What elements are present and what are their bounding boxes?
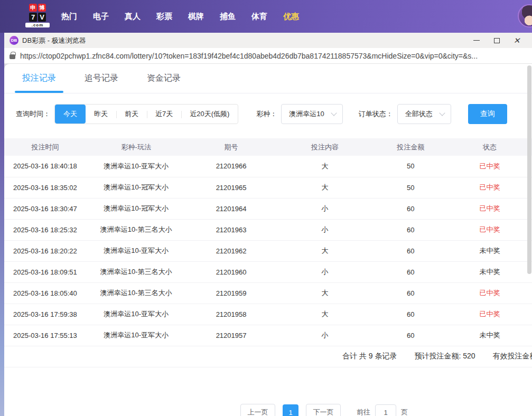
table-row: 2025-03-16 18:05:40 澳洲幸运10-第三名大小 2120195… — [4, 282, 532, 304]
cell-bet-amount: 50 — [374, 177, 447, 198]
cell-bet-time: 2025-03-16 18:25:32 — [4, 219, 86, 240]
table-row: 2025-03-16 18:35:02 澳洲幸运10-冠军大小 21201965… — [4, 177, 532, 198]
tab[interactable]: 资金记录 — [145, 64, 183, 93]
time-filter-option[interactable]: 昨天 — [86, 105, 116, 124]
site-menu-item[interactable]: 捕鱼 — [212, 12, 244, 22]
cell-game-play: 澳洲幸运10-冠军大小 — [86, 198, 186, 219]
status-badge: 已中奖 — [480, 225, 500, 233]
goto-page-input[interactable] — [375, 404, 396, 416]
current-page-button[interactable]: 1 — [283, 404, 298, 416]
table-column-header: 投注金额 — [374, 138, 447, 156]
cell-bet-time: 2025-03-16 18:05:40 — [4, 282, 86, 304]
site-menu: 热门 电子 真人 彩票 棋牌 捕鱼 体育 优惠 — [53, 0, 307, 33]
search-button[interactable]: 查询 — [468, 104, 507, 124]
cell-game-play: 澳洲幸运10-亚军大小 — [86, 240, 186, 261]
cell-bet-content: 小 — [276, 261, 374, 282]
cell-issue-number: 21201958 — [186, 304, 276, 325]
record-tabs: 投注记录 追号记录 资金记录 — [4, 64, 532, 93]
chevron-down-icon — [439, 110, 445, 116]
site-menu-item[interactable]: 彩票 — [148, 12, 180, 22]
time-filter-option[interactable]: 前天 — [116, 105, 147, 124]
cell-bet-amount: 60 — [374, 198, 447, 219]
cell-bet-amount: 60 — [374, 325, 447, 346]
close-icon: ✕ — [514, 36, 520, 44]
browser-window-title: DB彩票 - 极速浏览器 — [22, 36, 86, 45]
minimize-button[interactable] — [466, 33, 487, 48]
maximize-button[interactable] — [487, 33, 507, 48]
site-menu-item[interactable]: 真人 — [117, 12, 148, 22]
status-badge: 已中奖 — [480, 204, 500, 212]
goto-label: 前往 — [357, 408, 370, 416]
bet-records-table: 投注时间 彩种-玩法 期号 投注内容 投注金额 状态 2025-03-16 18… — [4, 138, 532, 346]
logo-char-bo: 博 — [38, 4, 46, 12]
cell-bet-content: 大 — [276, 304, 374, 325]
time-filter-label: 查询时间： — [16, 109, 50, 119]
cell-bet-content: 小 — [276, 325, 374, 346]
table-column-header: 期号 — [186, 138, 276, 156]
site-logo[interactable]: 申 博 7 V .com — [25, 4, 50, 27]
logo-com-text: .com — [25, 23, 50, 27]
cell-bet-amount: 60 — [374, 282, 447, 304]
cell-game-play: 澳洲幸运10-亚军大小 — [86, 325, 186, 346]
next-page-button[interactable]: 下一页 — [306, 404, 341, 416]
minimize-icon — [473, 40, 480, 41]
table-row: 2025-03-16 18:40:18 澳洲幸运10-亚军大小 21201966… — [4, 156, 532, 177]
time-filter-option[interactable]: 近7天 — [147, 105, 181, 124]
pagination: 上一页 1 下一页 前往 页 — [240, 404, 408, 416]
cell-bet-content: 大 — [276, 156, 374, 177]
cell-bet-content: 大 — [276, 177, 374, 198]
table-column-header: 状态 — [447, 138, 532, 156]
cell-game-play: 澳洲幸运10-亚军大小 — [86, 156, 186, 177]
status-badge: 已中奖 — [480, 310, 500, 318]
summary-valid-amount: 有效投注金额 — [493, 352, 532, 361]
tab[interactable]: 投注记录 — [20, 64, 58, 93]
order-status-select[interactable]: 全部状态 — [397, 104, 451, 124]
table-row: 2025-03-16 18:20:22 澳洲幸运10-亚军大小 21201962… — [4, 240, 532, 261]
time-filter-group: 今天 昨天 前天 近7天 近20天(低频) — [54, 104, 238, 124]
time-filter-option[interactable]: 近20天(低频) — [181, 105, 238, 124]
site-menu-item[interactable]: 电子 — [85, 12, 117, 22]
site-menu-item[interactable]: 体育 — [244, 12, 275, 22]
address-bar[interactable]: https://ctop02pchwp1.zfnc84.com/lottery/… — [4, 48, 532, 64]
summary-total: 合计 共 9 条记录 — [342, 352, 397, 361]
close-button[interactable]: ✕ — [507, 33, 527, 48]
cell-bet-amount: 60 — [374, 261, 447, 282]
status-badge: 已中奖 — [480, 162, 500, 170]
lottery-select[interactable]: 澳洲幸运10 — [281, 104, 342, 124]
cell-bet-time: 2025-03-16 18:09:51 — [4, 261, 86, 282]
prev-page-button[interactable]: 上一页 — [240, 404, 275, 416]
browser-titlebar: DB DB彩票 - 极速浏览器 ✕ — [4, 33, 532, 48]
browser-tab-favicon: DB — [10, 36, 18, 45]
cell-bet-amount: 50 — [374, 156, 447, 177]
tab[interactable]: 追号记录 — [82, 64, 120, 93]
status-badge: 已中奖 — [480, 183, 500, 191]
site-menu-item[interactable]: 优惠 — [275, 12, 307, 22]
logo-char-shen: 申 — [29, 4, 37, 12]
status-badge: 已中奖 — [480, 289, 500, 297]
cell-game-play: 澳洲幸运10-冠军大小 — [86, 177, 186, 198]
cell-issue-number: 21201965 — [186, 177, 276, 198]
chevron-down-icon — [331, 110, 337, 116]
browser-window: DB DB彩票 - 极速浏览器 ✕ https://ctop02pchwp1.z… — [4, 33, 532, 416]
table-body: 2025-03-16 18:40:18 澳洲幸运10-亚军大小 21201966… — [4, 156, 532, 346]
cell-issue-number: 21201959 — [186, 282, 276, 304]
status-badge: 未中奖 — [480, 247, 500, 254]
cell-game-play: 澳洲幸运10-亚军大小 — [86, 304, 186, 325]
logo-char-v: V — [38, 13, 46, 22]
lock-icon — [10, 54, 15, 59]
maximize-icon — [494, 38, 500, 43]
vertical-scrollbar-thumb[interactable] — [527, 65, 531, 274]
time-filter-option[interactable]: 今天 — [55, 105, 86, 124]
table-row: 2025-03-16 18:25:32 澳洲幸运10-第三名大小 2120196… — [4, 219, 532, 240]
order-status-label: 订单状态： — [359, 109, 393, 119]
site-menu-item[interactable]: 棋牌 — [180, 12, 212, 22]
lottery-select-value: 澳洲幸运10 — [289, 109, 324, 119]
cell-issue-number: 21201964 — [186, 198, 276, 219]
user-avatar[interactable] — [518, 4, 532, 27]
cell-issue-number: 21201960 — [186, 261, 276, 282]
cell-bet-content: 小 — [276, 198, 374, 219]
cell-bet-content: 大 — [276, 282, 374, 304]
status-badge: 未中奖 — [480, 268, 500, 276]
cell-issue-number: 21201962 — [186, 240, 276, 261]
site-menu-item[interactable]: 热门 — [53, 12, 85, 22]
